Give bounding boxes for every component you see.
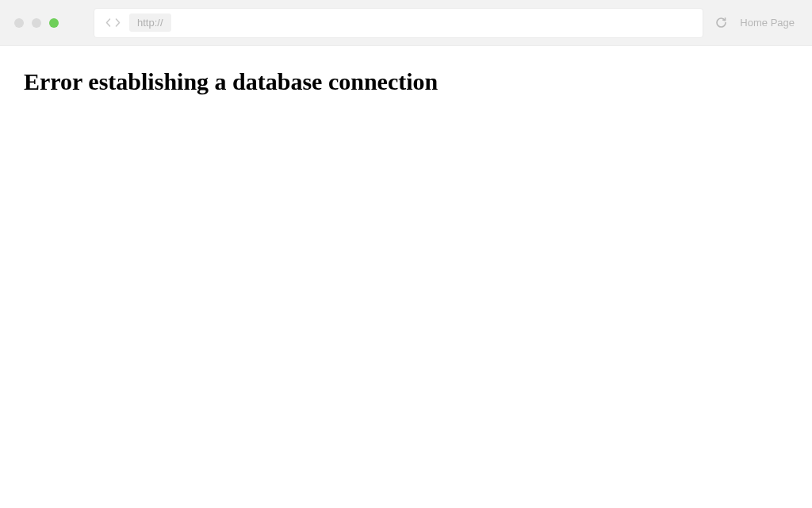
error-heading: Error establishing a database connection — [24, 68, 788, 95]
window-controls — [14, 18, 59, 28]
page-content: Error establishing a database connection — [0, 46, 812, 117]
right-controls: Home Page — [714, 17, 798, 29]
maximize-window-button[interactable] — [49, 18, 59, 28]
back-button[interactable] — [104, 17, 112, 29]
forward-button[interactable] — [113, 17, 121, 29]
home-page-link[interactable]: Home Page — [740, 17, 795, 29]
url-protocol-chip: http:// — [129, 13, 171, 32]
address-bar: http:// — [94, 8, 703, 38]
nav-arrows — [99, 17, 126, 29]
browser-chrome: http:// Home Page — [0, 0, 812, 46]
minimize-window-button[interactable] — [32, 18, 41, 28]
reload-icon[interactable] — [714, 17, 727, 29]
url-input[interactable] — [171, 17, 699, 29]
close-window-button[interactable] — [14, 18, 24, 28]
